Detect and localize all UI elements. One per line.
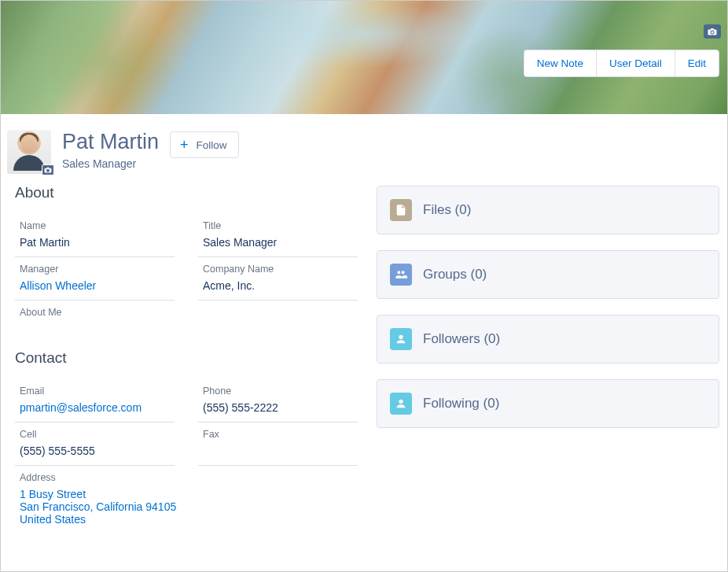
field-value: Acme, Inc.	[203, 279, 358, 292]
files-card[interactable]: Files (0)	[377, 186, 719, 234]
field-label: Name	[20, 220, 175, 231]
email-link[interactable]: pmartin@salesforce.com	[20, 401, 175, 414]
field-about-me: About Me	[15, 301, 358, 330]
new-note-button[interactable]: New Note	[524, 50, 597, 76]
profile-name: Pat Martin	[62, 130, 159, 154]
following-title: Following (0)	[423, 396, 499, 411]
follow-label: Follow	[197, 139, 227, 151]
field-email: Email pmartin@salesforce.com	[15, 379, 175, 423]
field-value: Sales Manager	[203, 236, 358, 249]
follow-button[interactable]: + Follow	[170, 131, 239, 158]
camera-icon	[708, 28, 717, 35]
field-label: Address	[20, 472, 358, 483]
about-section-title: About	[15, 184, 358, 201]
field-value: (555) 555-2222	[203, 401, 358, 414]
following-card[interactable]: Following (0)	[377, 379, 719, 428]
field-address: Address 1 Busy Street San Francisco, Cal…	[15, 466, 358, 533]
address-link[interactable]: 1 Busy Street San Francisco, California …	[20, 488, 358, 526]
avatar[interactable]	[7, 130, 51, 174]
field-title: Title Sales Manager	[198, 214, 358, 257]
plus-icon: +	[180, 138, 189, 152]
manager-link[interactable]: Allison Wheeler	[20, 279, 175, 292]
files-icon	[390, 199, 412, 221]
person-icon	[390, 393, 412, 415]
profile-role: Sales Manager	[62, 157, 159, 170]
field-name: Name Pat Martin	[15, 214, 175, 257]
person-icon	[390, 328, 412, 350]
profile-header: Pat Martin Sales Manager + Follow	[1, 114, 727, 178]
field-label: Title	[203, 220, 358, 231]
field-label: Phone	[203, 386, 358, 397]
followers-card[interactable]: Followers (0)	[377, 315, 719, 363]
field-cell: Cell (555) 555-5555	[15, 423, 175, 466]
field-value: Pat Martin	[20, 236, 175, 249]
field-phone: Phone (555) 555-2222	[198, 379, 358, 423]
groups-icon	[390, 264, 412, 286]
groups-title: Groups (0)	[423, 267, 487, 282]
field-label: About Me	[20, 307, 358, 318]
camera-icon	[44, 167, 52, 173]
avatar-camera-button[interactable]	[42, 164, 54, 175]
header-action-bar: New Note User Detail Edit	[524, 50, 719, 77]
field-value: (555) 555-5555	[20, 445, 175, 457]
field-label: Company Name	[203, 264, 358, 275]
contact-section-title: Contact	[15, 349, 358, 367]
field-label: Fax	[203, 429, 358, 440]
field-label: Email	[20, 386, 175, 397]
field-label: Manager	[20, 264, 175, 275]
field-label: Cell	[20, 429, 175, 440]
profile-banner: New Note User Detail Edit	[1, 1, 727, 114]
banner-camera-button[interactable]	[704, 24, 721, 39]
user-detail-button[interactable]: User Detail	[597, 50, 675, 76]
groups-card[interactable]: Groups (0)	[377, 250, 719, 299]
field-manager: Manager Allison Wheeler	[15, 257, 175, 301]
field-fax: Fax	[198, 423, 358, 466]
field-company: Company Name Acme, Inc.	[198, 257, 358, 301]
followers-title: Followers (0)	[423, 331, 500, 347]
files-title: Files (0)	[423, 202, 471, 218]
edit-button[interactable]: Edit	[675, 50, 719, 76]
